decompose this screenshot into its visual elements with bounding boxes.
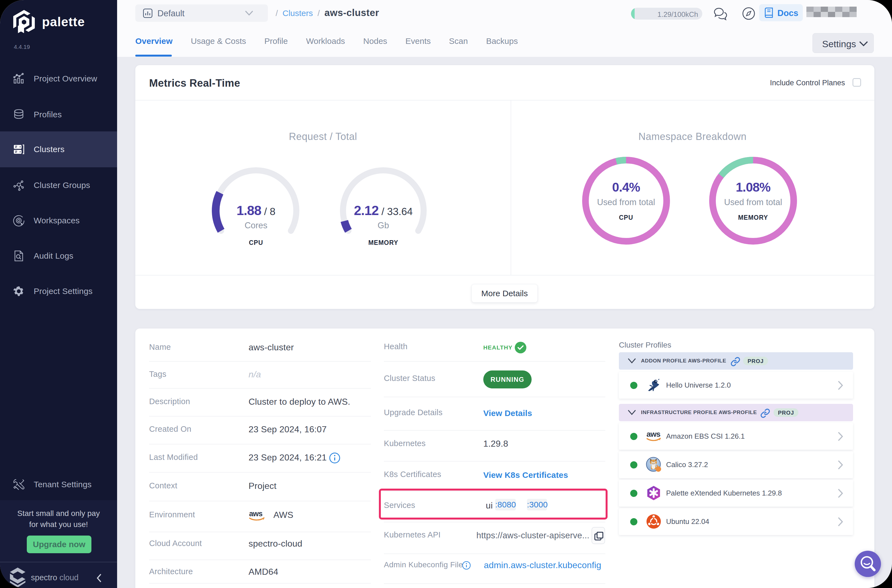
svg-text:aws: aws xyxy=(249,510,262,518)
svg-text:aws: aws xyxy=(646,430,660,438)
